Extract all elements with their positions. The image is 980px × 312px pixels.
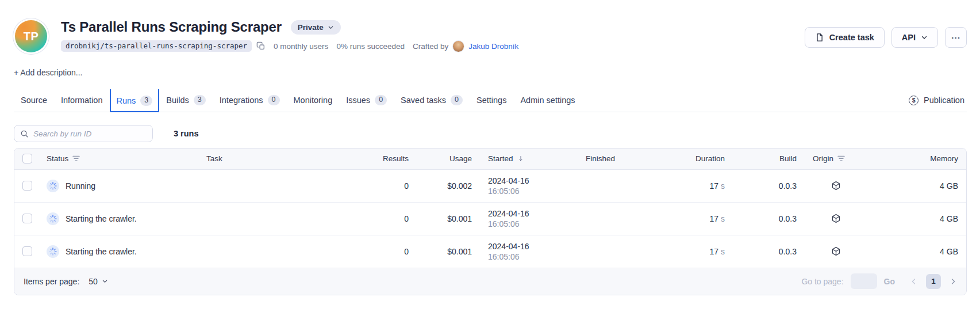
tab-publication[interactable]: $ Publication xyxy=(906,89,967,112)
run-status-text: Starting the crawler. xyxy=(66,214,137,223)
run-row[interactable]: Starting the crawler. 0 $0.001 2024-04-1… xyxy=(14,235,966,268)
run-started: 2024-04-16 16:05:06 xyxy=(480,202,578,235)
visibility-dropdown[interactable]: Private xyxy=(291,20,341,35)
author-avatar xyxy=(453,41,464,52)
go-to-page-input[interactable] xyxy=(851,273,877,289)
tab-builds-count: 3 xyxy=(194,95,206,105)
run-memory: 4 GB xyxy=(874,202,966,235)
select-all-checkbox[interactable] xyxy=(22,154,32,163)
run-task xyxy=(198,169,348,202)
create-task-button[interactable]: Create task xyxy=(805,27,885,48)
pagination-footer: Items per page: 50 Go to page: Go 1 xyxy=(14,268,966,295)
page-title: Ts Parallel Runs Scraping Scraper xyxy=(61,19,282,35)
run-results: 0 xyxy=(348,235,417,268)
runs-count-label: 3 runs xyxy=(174,129,199,138)
run-task xyxy=(198,202,348,235)
tab-admin-settings[interactable]: Admin settings xyxy=(513,89,582,112)
tab-integrations-count: 0 xyxy=(268,95,280,105)
running-spinner-icon xyxy=(47,212,59,225)
run-memory: 4 GB xyxy=(874,169,966,202)
author-link[interactable]: Jakub Drobník xyxy=(468,42,518,51)
column-header-usage: Usage xyxy=(417,149,480,169)
actor-head-main: Ts Parallel Runs Scraping Scraper Privat… xyxy=(61,19,518,52)
package-icon xyxy=(831,246,866,256)
chevron-down-icon xyxy=(102,278,108,284)
column-header-started[interactable]: Started xyxy=(480,149,578,169)
filter-icon[interactable] xyxy=(837,155,845,162)
items-per-page-select[interactable]: 50 xyxy=(89,277,108,286)
run-origin xyxy=(805,169,874,202)
go-button[interactable]: Go xyxy=(884,277,895,286)
actor-tabs: Source Information Runs 3 Builds 3 Integ… xyxy=(14,89,967,112)
run-status-text: Starting the crawler. xyxy=(66,247,137,256)
column-header-build: Build xyxy=(733,149,805,169)
run-search-box xyxy=(14,125,153,142)
run-build: 0.0.3 xyxy=(733,235,805,268)
tab-issues[interactable]: Issues 0 xyxy=(339,89,394,112)
run-finished xyxy=(578,202,670,235)
run-row[interactable]: Running 0 $0.002 2024-04-16 16:05:06 17 … xyxy=(14,169,966,202)
dollar-circle-icon: $ xyxy=(909,96,918,105)
add-description-link[interactable]: + Add description... xyxy=(14,68,82,77)
column-header-finished: Finished xyxy=(578,149,670,169)
row-checkbox[interactable] xyxy=(22,214,32,223)
filter-icon[interactable] xyxy=(72,155,80,162)
run-build: 0.0.3 xyxy=(733,202,805,235)
run-row[interactable]: Starting the crawler. 0 $0.001 2024-04-1… xyxy=(14,202,966,235)
tab-information[interactable]: Information xyxy=(54,89,110,112)
api-button[interactable]: API xyxy=(891,27,938,48)
sort-desc-icon[interactable] xyxy=(517,155,524,162)
column-header-origin[interactable]: Origin xyxy=(805,149,874,169)
run-finished xyxy=(578,169,670,202)
run-duration: 17 s xyxy=(670,169,733,202)
tab-saved-tasks-count: 0 xyxy=(451,95,463,105)
run-build: 0.0.3 xyxy=(733,169,805,202)
actor-page: TP Ts Parallel Runs Scraping Scraper Pri… xyxy=(14,0,967,295)
file-icon xyxy=(815,33,824,42)
table-header-row: Status Task Results Usage Started xyxy=(14,149,966,169)
search-icon xyxy=(20,130,29,138)
chevron-left-icon[interactable] xyxy=(910,277,918,286)
tab-builds[interactable]: Builds 3 xyxy=(159,89,212,112)
more-actions-button[interactable]: ⋯ xyxy=(945,27,967,48)
monthly-users-stat: 0 monthly users xyxy=(274,42,328,51)
run-started: 2024-04-16 16:05:06 xyxy=(480,235,578,268)
ellipsis-icon: ⋯ xyxy=(951,32,961,43)
run-duration: 17 s xyxy=(670,235,733,268)
runs-succeeded-stat: 0% runs succeeded xyxy=(336,42,405,51)
column-header-duration: Duration xyxy=(670,149,733,169)
tab-source[interactable]: Source xyxy=(14,89,54,112)
row-checkbox[interactable] xyxy=(22,246,32,256)
tab-saved-tasks[interactable]: Saved tasks 0 xyxy=(394,89,470,112)
row-checkbox[interactable] xyxy=(22,181,32,191)
tab-issues-count: 0 xyxy=(375,95,387,105)
running-spinner-icon xyxy=(47,245,59,258)
tab-runs[interactable]: Runs 3 xyxy=(110,89,160,112)
column-header-results: Results xyxy=(348,149,417,169)
tab-integrations[interactable]: Integrations 0 xyxy=(213,89,287,112)
run-task xyxy=(198,235,348,268)
runs-toolbar: 3 runs xyxy=(14,125,967,142)
run-results: 0 xyxy=(348,202,417,235)
runs-table: Status Task Results Usage Started xyxy=(14,149,966,268)
copy-icon[interactable] xyxy=(256,41,266,51)
run-origin xyxy=(805,235,874,268)
visibility-label: Private xyxy=(298,23,324,32)
run-started: 2024-04-16 16:05:06 xyxy=(480,169,578,202)
run-memory: 4 GB xyxy=(874,235,966,268)
chevron-right-icon[interactable] xyxy=(949,277,957,286)
run-usage: $0.001 xyxy=(417,235,480,268)
run-duration: 17 s xyxy=(670,202,733,235)
tab-settings[interactable]: Settings xyxy=(470,89,513,112)
run-usage: $0.001 xyxy=(417,202,480,235)
go-to-page-label: Go to page: xyxy=(801,277,843,286)
column-header-task: Task xyxy=(198,149,348,169)
chevron-down-icon xyxy=(328,24,334,31)
tab-monitoring[interactable]: Monitoring xyxy=(287,89,340,112)
page-number-button[interactable]: 1 xyxy=(926,274,941,289)
header-actions: Create task API ⋯ xyxy=(805,27,967,48)
column-header-status[interactable]: Status xyxy=(39,149,198,169)
column-header-memory: Memory xyxy=(874,149,966,169)
package-icon xyxy=(831,181,866,191)
search-input[interactable] xyxy=(33,130,147,138)
